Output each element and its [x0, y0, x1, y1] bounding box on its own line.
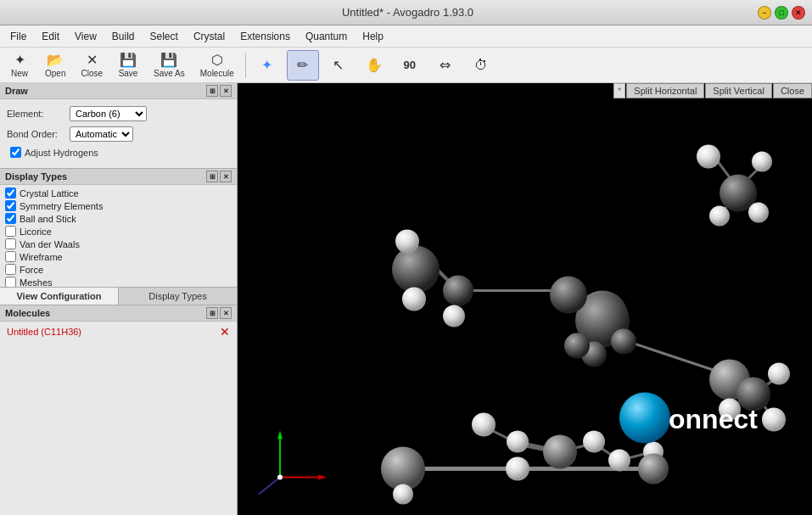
- svg-point-25: [550, 277, 587, 314]
- svg-point-41: [402, 288, 426, 311]
- menu-build[interactable]: Build: [105, 29, 142, 44]
- angle-tool-button[interactable]: 90: [394, 50, 426, 81]
- display-types-tab[interactable]: Display Types: [119, 288, 237, 305]
- window-controls: − □ ✕: [758, 6, 805, 20]
- svg-point-43: [472, 413, 496, 437]
- save-button[interactable]: 💾 Save: [112, 50, 144, 81]
- rotate-tool-button[interactable]: ✋: [358, 50, 390, 81]
- display-types-list: Crystal Lattice Symmetry Elements Ball a…: [0, 185, 237, 287]
- select-icon: ↖: [333, 57, 344, 73]
- pencil-tool-button[interactable]: ✏: [287, 50, 319, 81]
- svg-point-50: [638, 454, 669, 484]
- svg-point-37: [762, 408, 786, 432]
- van-der-waals-checkbox[interactable]: [5, 238, 16, 249]
- animate-tool-button[interactable]: ⏱: [465, 50, 497, 81]
- crystal-lattice-checkbox[interactable]: [5, 188, 16, 199]
- molecules-title: Molecules: [5, 308, 50, 318]
- ball-and-stick-checkbox[interactable]: [5, 213, 16, 224]
- molecule-delete-button[interactable]: ✕: [220, 325, 230, 339]
- menu-bar: File Edit View Build Select Crystal Exte…: [0, 25, 812, 48]
- close-doc-button[interactable]: ✕ Close: [75, 50, 109, 81]
- list-item: Symmetry Elements: [2, 199, 235, 212]
- adjust-hydrogens-checkbox[interactable]: [10, 147, 21, 158]
- menu-help[interactable]: Help: [356, 29, 390, 44]
- molecules-section: Molecules ⊞ ✕ Untitled (C11H36) ✕: [0, 305, 237, 515]
- force-checkbox[interactable]: [5, 264, 16, 275]
- symmetry-elements-label: Symmetry Elements: [20, 201, 103, 211]
- display-types-header: Display Types ⊞ ✕: [0, 169, 237, 185]
- split-horizontal-button[interactable]: Split Horizontal: [626, 83, 704, 98]
- minimize-button[interactable]: −: [758, 6, 771, 20]
- display-types-close-button[interactable]: ✕: [220, 171, 232, 182]
- svg-point-52: [506, 457, 529, 481]
- draw-tool-button[interactable]: ✦: [251, 50, 283, 81]
- svg-point-40: [395, 230, 419, 254]
- measure-tool-button[interactable]: ⇔: [429, 50, 462, 81]
- svg-point-46: [583, 431, 605, 453]
- molecules-header-controls: ⊞ ✕: [206, 307, 232, 319]
- bond-order-select[interactable]: Automatic Single Double Triple: [70, 126, 133, 142]
- svg-point-33: [752, 152, 772, 172]
- close-viewport-button[interactable]: Close: [773, 83, 812, 98]
- open-button[interactable]: 📂 Open: [39, 50, 71, 81]
- licorice-checkbox[interactable]: [5, 226, 16, 237]
- save-as-icon: 💾: [160, 52, 177, 68]
- new-button[interactable]: ✦ New: [3, 50, 36, 81]
- star-icon: ✦: [261, 57, 272, 73]
- animate-icon: ⏱: [474, 58, 488, 73]
- draw-header-controls: ⊞ ✕: [206, 85, 232, 97]
- element-row: Element: Carbon (6) Hydrogen (1) Oxygen …: [7, 106, 230, 121]
- viewport[interactable]: * Split Horizontal Split Vertical Close: [238, 83, 812, 515]
- maximize-button[interactable]: □: [775, 6, 788, 20]
- menu-extensions[interactable]: Extensions: [233, 29, 297, 44]
- element-label: Element:: [7, 109, 66, 119]
- menu-quantum[interactable]: Quantum: [299, 29, 354, 44]
- list-item: Force: [2, 263, 235, 276]
- molecules-float-button[interactable]: ⊞: [206, 307, 218, 319]
- molecule-button[interactable]: ⬡ Molecule: [194, 50, 240, 81]
- list-item: Ball and Stick: [2, 212, 235, 225]
- molecules-close-button[interactable]: ✕: [220, 307, 232, 319]
- menu-crystal[interactable]: Crystal: [187, 29, 232, 44]
- angle-icon: 90: [404, 59, 416, 71]
- symmetry-elements-checkbox[interactable]: [5, 200, 16, 211]
- main-area: Draw ⊞ ✕ Element: Carbon (6) Hydrogen (1…: [0, 83, 812, 515]
- svg-point-32: [697, 145, 720, 169]
- menu-select[interactable]: Select: [143, 29, 185, 44]
- adjust-hydrogens-row: Adjust Hydrogens: [10, 147, 230, 158]
- close-window-button[interactable]: ✕: [792, 6, 805, 20]
- wireframe-checkbox[interactable]: [5, 251, 16, 262]
- svg-point-59: [619, 393, 670, 444]
- svg-point-29: [611, 329, 636, 355]
- save-as-button[interactable]: 💾 Save As: [148, 50, 191, 81]
- svg-point-24: [392, 246, 440, 294]
- svg-marker-56: [318, 475, 327, 480]
- open-icon: 📂: [47, 52, 64, 68]
- display-types-title: Display Types: [5, 171, 67, 182]
- meshes-checkbox[interactable]: [5, 277, 16, 287]
- split-vertical-button[interactable]: Split Vertical: [705, 83, 772, 98]
- molecules-section-header: Molecules ⊞ ✕: [0, 305, 237, 322]
- svg-point-35: [748, 203, 769, 223]
- menu-view[interactable]: View: [68, 29, 104, 44]
- display-types-float-button[interactable]: ⊞: [206, 171, 218, 182]
- draw-float-button[interactable]: ⊞: [206, 85, 218, 97]
- wireframe-label: Wireframe: [20, 252, 63, 262]
- toolbar: ✦ New 📂 Open ✕ Close 💾 Save 💾 Save As ⬡ …: [0, 48, 812, 83]
- molecule-canvas: onnect: [238, 83, 812, 515]
- select-tool-button[interactable]: ↖: [322, 50, 355, 81]
- element-select[interactable]: Carbon (6) Hydrogen (1) Oxygen (8) Nitro…: [70, 106, 147, 121]
- draw-close-button[interactable]: ✕: [220, 85, 232, 97]
- licorice-label: Licorice: [20, 227, 52, 237]
- left-panel: Draw ⊞ ✕ Element: Carbon (6) Hydrogen (1…: [0, 83, 238, 515]
- force-label: Force: [20, 265, 43, 275]
- molecule-list-item[interactable]: Untitled (C11H36) ✕: [0, 322, 237, 342]
- menu-file[interactable]: File: [3, 29, 33, 44]
- svg-marker-54: [277, 431, 283, 439]
- viewport-asterisk: *: [613, 83, 625, 98]
- bond-order-row: Bond Order: Automatic Single Double Trip…: [7, 126, 230, 142]
- display-types-controls: ⊞ ✕: [206, 171, 232, 182]
- svg-point-30: [564, 333, 590, 359]
- menu-edit[interactable]: Edit: [35, 29, 66, 44]
- view-config-tab[interactable]: View Configuration: [0, 288, 119, 305]
